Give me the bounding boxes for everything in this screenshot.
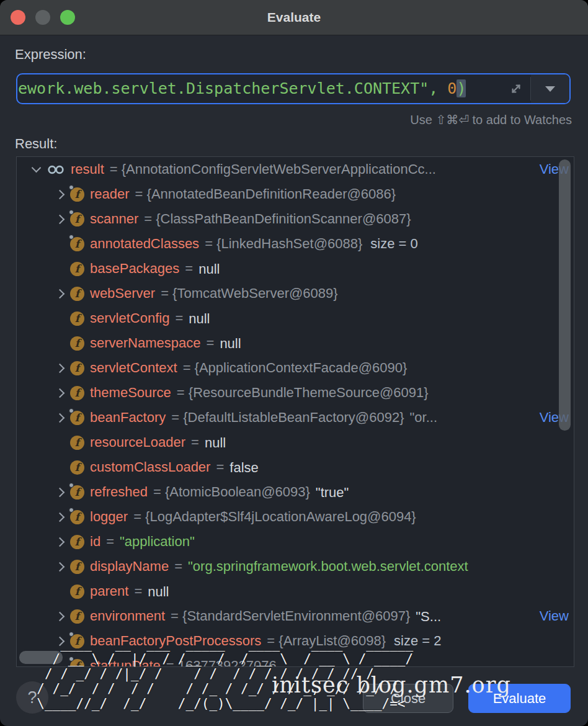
close-button[interactable]: Close — [363, 684, 453, 713]
traffic-lights — [11, 10, 75, 25]
tree-row-reader[interactable]: freader= {AnnotatedBeanDefinitionReader@… — [17, 182, 574, 207]
minimize-window-button[interactable] — [35, 10, 50, 25]
variable-name: serverNamespace — [90, 335, 201, 351]
chevron-slot — [49, 563, 70, 570]
help-button[interactable]: ? — [16, 681, 48, 714]
expand-arrows-icon — [509, 81, 523, 96]
field-icon: f — [70, 411, 84, 425]
field-icon: f — [70, 634, 84, 648]
field-icon: f — [70, 510, 84, 524]
tree-row-result[interactable]: result= {AnnotationConfigServletWebServe… — [17, 157, 574, 182]
field-icon: f — [70, 386, 84, 400]
chevron-slot — [49, 365, 70, 372]
chevron-right-icon[interactable] — [55, 636, 65, 646]
field-modifier-dot — [69, 483, 74, 488]
expression-text[interactable]: ework.web.servlet.DispatcherServlet.CONT… — [16, 74, 502, 103]
variable-value: = {AnnotationConfigServletWebServerAppli… — [110, 161, 436, 177]
evaluate-button[interactable]: Evaluate — [468, 684, 571, 713]
field-icon: f — [70, 287, 84, 301]
field-icon: f — [70, 212, 84, 226]
chevron-down-icon[interactable] — [31, 163, 41, 173]
chevron-right-icon[interactable] — [55, 289, 65, 298]
tree-row-parent[interactable]: fparent=null — [17, 579, 574, 604]
title-bar[interactable]: Evaluate — [0, 0, 588, 35]
variable-value: = 1637739227076 — [166, 658, 277, 667]
tree-row-refreshed[interactable]: frefreshed= {AtomicBoolean@6093}"true" — [17, 480, 574, 504]
field-icon: f — [70, 560, 84, 574]
variable-name: refreshed — [90, 484, 148, 500]
field-icon: f — [70, 535, 84, 549]
tree-row-resourceLoader[interactable]: fresourceLoader=null — [17, 430, 574, 455]
field-modifier-dot — [69, 508, 74, 513]
tree-row-serverNamespace[interactable]: fserverNamespace=null — [17, 331, 574, 356]
variable-value: = — [175, 310, 183, 326]
tree-row-basePackages[interactable]: fbasePackages=null — [17, 256, 574, 281]
tree-row-beanFactoryPostProcessors[interactable]: fbeanFactoryPostProcessors= {ArrayList@6… — [17, 629, 574, 653]
view-link[interactable]: View — [540, 608, 569, 624]
variable-name: displayName — [90, 558, 169, 575]
variable-value: = — [185, 261, 193, 277]
chevron-down-icon — [545, 86, 555, 92]
variable-value: "application" — [120, 534, 195, 550]
tree-row-annotatedClasses[interactable]: fannotatedClasses= {LinkedHashSet@6088}s… — [17, 231, 574, 256]
variable-name: id — [90, 534, 100, 550]
tree-row-customClassLoader[interactable]: fcustomClassLoader=false — [17, 455, 574, 480]
variable-value: "org.springframework.boot.web.servlet.co… — [188, 558, 468, 575]
tree-row-servletContext[interactable]: fservletContext= {ApplicationContextFaca… — [17, 356, 574, 380]
variable-value: null — [148, 584, 163, 599]
tree-row-displayName[interactable]: fdisplayName="org.springframework.boot.w… — [17, 554, 574, 579]
chevron-slot — [49, 415, 70, 421]
tree-row-scanner[interactable]: fscanner= {ClassPathBeanDefinitionScanne… — [17, 207, 574, 231]
close-window-button[interactable] — [11, 10, 25, 25]
chevron-right-icon[interactable] — [55, 388, 65, 398]
chevron-right-icon[interactable] — [55, 537, 65, 547]
expression-segment-caret: ) — [457, 79, 466, 97]
chevron-slot — [49, 613, 70, 620]
zoom-window-button[interactable] — [60, 10, 75, 25]
expression-segment-number: 0 — [447, 79, 457, 97]
tree-row-themeSource[interactable]: fthemeSource= {ResourceBundleThemeSource… — [17, 380, 574, 405]
chevron-right-icon[interactable] — [55, 189, 65, 199]
chevron-slot — [49, 390, 70, 397]
tree-row-servletConfig[interactable]: fservletConfig=null — [17, 306, 574, 331]
variable-value: = {StandardServletEnvironment@6097} — [171, 608, 410, 624]
variable-value: = — [191, 434, 199, 450]
variable-name: webServer — [90, 285, 155, 302]
chevron-right-icon[interactable] — [55, 363, 65, 373]
field-modifier-dot — [69, 210, 74, 215]
field-modifier-dot — [69, 657, 74, 661]
chevron-right-icon[interactable] — [55, 487, 65, 497]
variable-name: resourceLoader — [90, 434, 185, 450]
field-icon: f — [70, 460, 84, 475]
tree-rows: result= {AnnotationConfigServletWebServe… — [17, 157, 574, 667]
result-tree[interactable]: result= {AnnotationConfigServletWebServe… — [16, 156, 574, 667]
variable-value: = {AtomicBoolean@6093} — [153, 484, 310, 500]
variable-value: "or... — [410, 410, 438, 426]
tree-row-environment[interactable]: fenvironment= {StandardServletEnvironmen… — [17, 604, 574, 629]
tree-row-startupDate[interactable]: fstartupDate= 1637739227076 — [17, 653, 574, 667]
variable-value: "true" — [316, 485, 331, 500]
horizontal-scrollbar-thumb[interactable] — [19, 651, 63, 664]
variable-value: null — [189, 311, 203, 326]
variable-name: customClassLoader — [90, 459, 210, 475]
variable-value: = {LogAdapter$Slf4jLocationAwareLog@6094… — [133, 509, 416, 525]
expression-history-dropdown[interactable] — [531, 74, 569, 103]
tree-row-id[interactable]: fid="application" — [17, 529, 574, 554]
chevron-right-icon[interactable] — [55, 512, 65, 522]
evaluate-dialog: Evaluate Expression: ework.web.servlet.D… — [0, 0, 588, 726]
chevron-right-icon[interactable] — [55, 214, 65, 224]
field-icon: f — [70, 187, 84, 202]
expand-editor-button[interactable] — [502, 74, 530, 103]
tree-row-beanFactory[interactable]: fbeanFactory= {DefaultListableBeanFactor… — [17, 405, 574, 430]
chevron-right-icon[interactable] — [55, 562, 65, 571]
tree-row-webServer[interactable]: fwebServer= {TomcatWebServer@6089} — [17, 281, 574, 306]
tree-row-logger[interactable]: flogger= {LogAdapter$Slf4jLocationAwareL… — [17, 504, 574, 529]
variable-name: environment — [90, 608, 165, 624]
vertical-scrollbar-thumb[interactable] — [559, 159, 571, 431]
chevron-right-icon[interactable] — [55, 611, 65, 621]
chevron-slot — [49, 638, 70, 645]
window-title: Evaluate — [267, 10, 321, 25]
variable-value: = — [174, 558, 182, 575]
expression-input[interactable]: ework.web.servlet.DispatcherServlet.CONT… — [16, 73, 571, 104]
chevron-right-icon[interactable] — [55, 413, 65, 423]
